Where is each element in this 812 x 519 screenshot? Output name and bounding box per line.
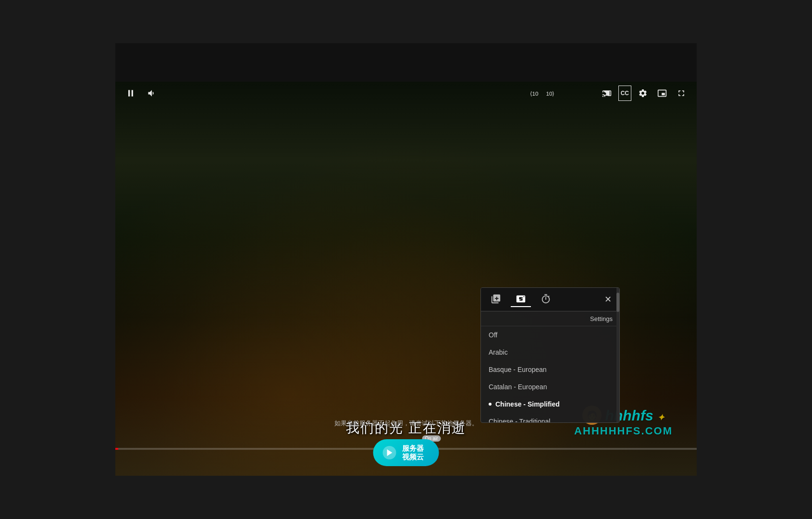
panel-close-button[interactable]: ✕: [603, 292, 614, 307]
svg-text:10⟩: 10⟩: [546, 90, 555, 97]
video-container: 我们的光 正在消逝 00:25 / 1:12:13: [115, 82, 697, 476]
forward-button[interactable]: 10⟩: [546, 86, 558, 101]
cast-icon: [602, 88, 612, 98]
server-notice: 如果当前服务器不起作用，请尝试以下其他服务器。: [334, 419, 478, 428]
svg-rect-1: [132, 90, 133, 96]
subtitle-item-chinese-traditional[interactable]: Chinese - Traditional: [481, 413, 619, 422]
pause-icon: [126, 88, 135, 98]
fullscreen-icon: [677, 88, 686, 98]
pip-icon: [657, 88, 667, 98]
rewind-button[interactable]: ⟨10: [529, 86, 542, 101]
subtitle-toggle-button[interactable]: CC: [618, 86, 631, 101]
watermark-domain: AHHHHHFS.COM: [574, 425, 673, 437]
subtitle-item-label: Arabic: [489, 348, 508, 356]
svg-rect-0: [128, 90, 130, 96]
subtitle-item-arabic[interactable]: Arabic: [481, 344, 619, 361]
subtitle-item-label: Catalan - European: [489, 383, 547, 391]
subtitle-item-catalan[interactable]: Catalan - European: [481, 378, 619, 395]
tab-subtitles[interactable]: [511, 292, 531, 307]
pause-button[interactable]: [123, 86, 138, 101]
server-btn-icon: [383, 446, 396, 459]
cast-button[interactable]: [599, 86, 615, 101]
subtitle-item-off[interactable]: Off: [481, 326, 619, 344]
svg-marker-4: [387, 449, 393, 456]
subtitle-item-chinese-simplified[interactable]: Chinese - Simplified: [481, 395, 619, 413]
player-wrapper: 我们的光 正在消逝 00:25 / 1:12:13: [115, 43, 697, 476]
subtitle-item-basque[interactable]: Basque - European: [481, 361, 619, 378]
volume-icon: [147, 88, 157, 98]
controls-right: ⟨10 10⟩ Download CC: [529, 86, 689, 101]
server-btn-text: 服务器 视频云: [402, 444, 424, 461]
subtitle-panel-icon: [515, 294, 527, 304]
settings-button[interactable]: [635, 86, 651, 101]
play-icon: [386, 449, 393, 457]
watermark-star: ✦: [657, 413, 664, 422]
server-btn-container: On air 服务器 视频云: [373, 439, 439, 466]
quality-icon: [491, 294, 501, 304]
subtitle-item-label: Basque - European: [489, 366, 547, 373]
subtitle-item-label: Chinese - Traditional: [489, 418, 550, 422]
volume-button[interactable]: [144, 86, 160, 101]
subtitle-item-label: Off: [489, 331, 497, 339]
panel-tabs-row: ✕: [481, 288, 619, 311]
rewind-icon: ⟨10: [529, 88, 542, 98]
subtitle-item-label: Chinese - Simplified: [495, 400, 560, 408]
progress-bar-fill: [115, 448, 118, 450]
pip-button[interactable]: [654, 86, 670, 101]
tab-timer[interactable]: [537, 292, 555, 307]
timer-icon: [541, 294, 551, 304]
settings-icon: [638, 88, 648, 98]
panel-settings-row: Settings: [481, 311, 619, 326]
server-btn-line1: 服务器: [402, 444, 424, 453]
forward-icon: 10⟩: [546, 88, 558, 98]
subtitle-list[interactable]: Off Arabic Basque - European Catalan - E…: [481, 326, 619, 422]
outer-background: 我们的光 正在消逝 00:25 / 1:12:13: [0, 0, 812, 519]
server-btn-line2: 视频云: [402, 453, 424, 461]
subtitle-panel: ✕ Settings Off Arabic Basque - European: [480, 287, 620, 423]
top-bar: [115, 43, 697, 82]
tab-quality[interactable]: [487, 292, 505, 307]
selected-dot: [489, 403, 492, 406]
panel-scrollbar[interactable]: [616, 288, 619, 422]
server-button[interactable]: 服务器 视频云: [373, 439, 439, 466]
server-btn-wrapper: On air 服务器 视频云: [373, 439, 439, 466]
svg-text:⟨10: ⟨10: [530, 90, 539, 97]
settings-link[interactable]: Settings: [590, 315, 613, 322]
panel-scrollbar-thumb: [616, 293, 619, 312]
fullscreen-button[interactable]: [674, 86, 689, 101]
